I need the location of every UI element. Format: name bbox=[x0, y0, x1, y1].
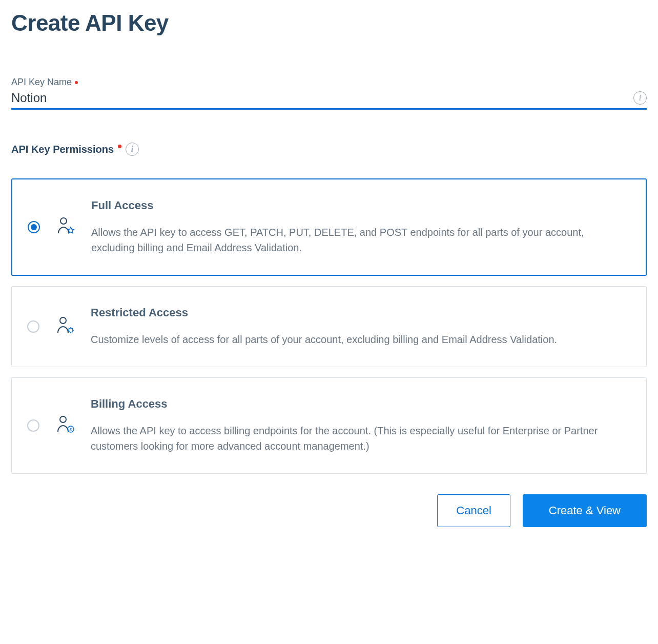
permission-option-billing-access[interactable]: $ Billing Access Allows the API key to a… bbox=[11, 377, 647, 474]
svg-line-9 bbox=[72, 328, 73, 329]
api-key-name-input[interactable] bbox=[11, 91, 633, 105]
svg-text:$: $ bbox=[69, 427, 72, 432]
svg-point-11 bbox=[60, 416, 66, 422]
api-key-name-label-text: API Key Name bbox=[11, 77, 72, 88]
option-title: Full Access bbox=[91, 199, 625, 212]
page-title: Create API Key bbox=[11, 10, 647, 36]
option-title: Restricted Access bbox=[91, 306, 626, 319]
svg-point-0 bbox=[60, 218, 67, 224]
option-description: Allows the API key to access GET, PATCH,… bbox=[91, 225, 625, 255]
create-and-view-button[interactable]: Create & View bbox=[523, 494, 647, 527]
svg-line-7 bbox=[69, 328, 70, 329]
radio-restricted-access[interactable] bbox=[27, 320, 39, 333]
option-title: Billing Access bbox=[91, 397, 626, 411]
permissions-section-label: API Key Permissions i bbox=[11, 143, 647, 156]
user-star-icon bbox=[55, 216, 76, 238]
info-icon[interactable]: i bbox=[126, 143, 139, 156]
option-description: Allows the API key to access billing end… bbox=[91, 423, 626, 454]
api-key-name-label: API Key Name bbox=[11, 77, 647, 88]
svg-point-1 bbox=[60, 317, 66, 324]
permissions-label-text: API Key Permissions bbox=[11, 144, 114, 155]
svg-line-10 bbox=[69, 332, 70, 333]
info-icon[interactable]: i bbox=[633, 91, 647, 105]
api-key-name-input-wrap[interactable]: i bbox=[11, 91, 647, 110]
required-indicator-icon bbox=[75, 81, 78, 84]
permission-option-full-access[interactable]: Full Access Allows the API key to access… bbox=[11, 178, 647, 276]
radio-full-access[interactable] bbox=[28, 221, 40, 233]
cancel-button[interactable]: Cancel bbox=[437, 494, 510, 527]
user-dollar-icon: $ bbox=[55, 414, 75, 437]
user-gear-icon bbox=[55, 315, 75, 338]
action-bar: Cancel Create & View bbox=[11, 494, 647, 527]
svg-line-8 bbox=[72, 332, 73, 333]
radio-billing-access[interactable] bbox=[27, 419, 39, 432]
permission-option-restricted-access[interactable]: Restricted Access Customize levels of ac… bbox=[11, 286, 647, 367]
option-description: Customize levels of access for all parts… bbox=[91, 332, 626, 347]
required-indicator-icon bbox=[118, 145, 121, 148]
